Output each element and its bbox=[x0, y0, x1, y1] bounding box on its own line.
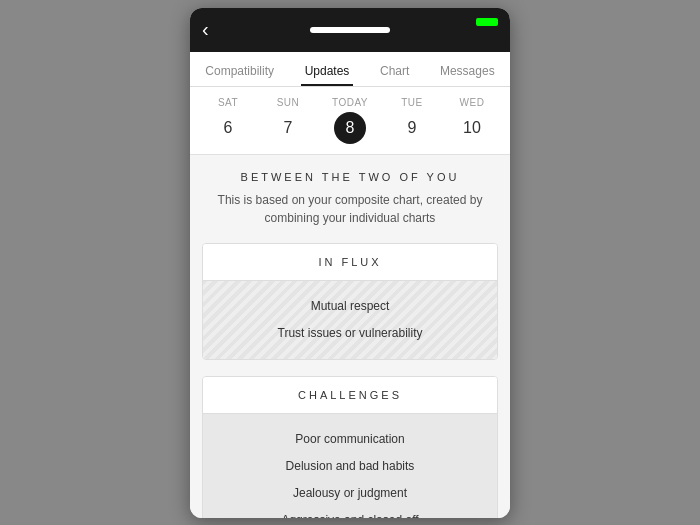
day-today[interactable]: TODAY 8 bbox=[332, 97, 368, 144]
challenges-item-2: Delusion and bad habits bbox=[215, 453, 485, 480]
back-button[interactable]: ‹ bbox=[202, 18, 209, 41]
day-sat-number: 6 bbox=[212, 112, 244, 144]
day-tue-label: TUE bbox=[401, 97, 423, 108]
day-wed-number: 10 bbox=[456, 112, 488, 144]
tab-chart[interactable]: Chart bbox=[376, 62, 413, 80]
tab-navigation: Compatibility Updates Chart Messages bbox=[190, 52, 510, 87]
day-tuesday[interactable]: TUE 9 bbox=[396, 97, 428, 144]
challenges-card: CHALLENGES Poor communication Delusion a… bbox=[202, 376, 498, 518]
day-saturday[interactable]: SAT 6 bbox=[212, 97, 244, 144]
day-picker: SAT 6 SUN 7 TODAY 8 TUE 9 WED 10 bbox=[190, 87, 510, 155]
between-section: BETWEEN THE TWO OF YOU This is based on … bbox=[202, 171, 498, 227]
day-sunday[interactable]: SUN 7 bbox=[272, 97, 304, 144]
day-today-number: 8 bbox=[334, 112, 366, 144]
day-wed-label: WED bbox=[460, 97, 485, 108]
status-indicator bbox=[476, 18, 498, 26]
between-description: This is based on your composite chart, c… bbox=[202, 191, 498, 227]
tab-compatibility[interactable]: Compatibility bbox=[201, 62, 278, 80]
in-flux-item-2: Trust issues or vulnerability bbox=[215, 320, 485, 347]
challenges-item-3: Jealousy or judgment bbox=[215, 480, 485, 507]
day-sat-label: SAT bbox=[218, 97, 238, 108]
day-sun-label: SUN bbox=[277, 97, 300, 108]
day-wednesday[interactable]: WED 10 bbox=[456, 97, 488, 144]
challenges-item-1: Poor communication bbox=[215, 426, 485, 453]
tab-updates[interactable]: Updates bbox=[301, 62, 354, 80]
in-flux-body: Mutual respect Trust issues or vulnerabi… bbox=[203, 281, 497, 359]
day-sun-number: 7 bbox=[272, 112, 304, 144]
status-bar: ‹ bbox=[190, 8, 510, 52]
in-flux-card: IN FLUX Mutual respect Trust issues or v… bbox=[202, 243, 498, 360]
challenges-body: Poor communication Delusion and bad habi… bbox=[203, 414, 497, 518]
in-flux-header: IN FLUX bbox=[203, 244, 497, 281]
challenges-header: CHALLENGES bbox=[203, 377, 497, 414]
content-scroll[interactable]: BETWEEN THE TWO OF YOU This is based on … bbox=[190, 155, 510, 518]
tab-messages[interactable]: Messages bbox=[436, 62, 499, 80]
day-today-label: TODAY bbox=[332, 97, 368, 108]
in-flux-item-1: Mutual respect bbox=[215, 293, 485, 320]
phone-frame: ‹ Compatibility Updates Chart Messages S… bbox=[190, 8, 510, 518]
title-bar bbox=[310, 27, 390, 33]
day-tue-number: 9 bbox=[396, 112, 428, 144]
challenges-item-4: Aggressive and closed off bbox=[215, 507, 485, 517]
between-title: BETWEEN THE TWO OF YOU bbox=[202, 171, 498, 183]
